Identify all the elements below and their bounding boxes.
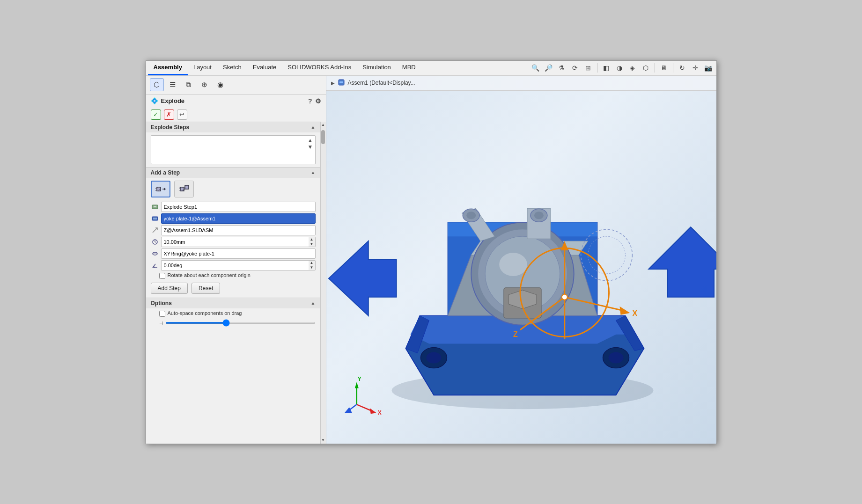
scene-icon[interactable]: ⬡ (640, 62, 652, 74)
sep3 (673, 63, 673, 73)
explode-steps-list (151, 136, 315, 164)
help-btn[interactable]: ? (308, 97, 312, 105)
add-step-header[interactable]: Add a Step ▲ (146, 167, 320, 178)
svg-rect-20 (339, 81, 343, 83)
slider-left-icon: ⊣ (159, 321, 163, 326)
svg-marker-56 (328, 241, 396, 316)
menu-assembly[interactable]: Assembly (148, 61, 188, 75)
explode-panel-content: Explode Steps ▲ ▲ ▼ Add a Step ▲ (146, 122, 320, 444)
menu-evaluate[interactable]: Evaluate (247, 61, 282, 75)
scroll-down-btn[interactable]: ▼ (321, 438, 325, 443)
explode-icon: 💠 (151, 97, 158, 104)
svg-marker-50 (369, 408, 376, 414)
distance-input[interactable] (161, 237, 309, 247)
distance-down-btn[interactable]: ▼ (309, 242, 315, 247)
svg-line-11 (153, 228, 157, 233)
rotate-checkbox-label: Rotate about each component origin (168, 272, 250, 278)
vertical-scrollbar: ▲ ▼ (320, 122, 326, 444)
redo-icon[interactable]: ↻ (676, 62, 688, 74)
snap-icon[interactable]: ✛ (689, 62, 701, 74)
menu-addins[interactable]: SOLIDWORKS Add-Ins (282, 61, 357, 75)
cancel-button[interactable]: ✗ (164, 110, 174, 120)
box-icon[interactable]: ◧ (600, 62, 612, 74)
feature-tree-btn[interactable]: ⬡ (150, 78, 164, 91)
steps-up-arrow[interactable]: ▲ (308, 138, 313, 143)
menu-layout[interactable]: Layout (188, 61, 217, 75)
menu-mbd[interactable]: MBD (397, 61, 421, 75)
ring-row (151, 248, 316, 259)
sep2 (655, 63, 655, 73)
rotate3d-icon[interactable]: ⟳ (569, 62, 581, 74)
component-row (151, 213, 316, 224)
svg-rect-10 (153, 218, 157, 219)
monitor-icon[interactable]: 🖥 (658, 62, 670, 74)
angle-up-btn[interactable]: ▲ (309, 261, 315, 265)
axis-input[interactable] (161, 225, 316, 235)
svg-text:X: X (632, 309, 637, 317)
svg-text:X: X (377, 409, 381, 416)
panel-with-scroll: Explode Steps ▲ ▲ ▼ Add a Step ▲ (146, 122, 326, 444)
tree-header: ▶ Assem1 (Default<Display... (326, 76, 716, 91)
menu-sketch[interactable]: Sketch (217, 61, 247, 75)
distance-spinner: ▲ ▼ (161, 237, 316, 247)
svg-point-35 (534, 212, 543, 219)
translate-step-btn[interactable] (151, 181, 170, 197)
step-type-buttons (146, 178, 320, 200)
scroll-up-btn[interactable]: ▲ (321, 123, 325, 127)
angle-down-btn[interactable]: ▼ (309, 265, 315, 270)
config-manager-btn[interactable]: ⧉ (182, 78, 196, 91)
add-step-button[interactable]: Add Step (151, 283, 188, 294)
rotate-checkbox[interactable] (159, 273, 165, 279)
left-toolbar: ⬡ ☰ ⧉ ⊕ ◉ (146, 76, 326, 95)
steps-down-arrow[interactable]: ▼ (308, 144, 313, 150)
confirm-row: ✓ ✗ ↩ (146, 108, 326, 122)
settings-btn[interactable]: ⚙ (315, 97, 321, 105)
dxf-btn[interactable]: ⊕ (198, 78, 212, 91)
add-step-chevron: ▲ (311, 170, 316, 175)
sep1 (597, 63, 597, 73)
selection-icon[interactable]: ⊞ (582, 62, 594, 74)
rotate-step-btn[interactable] (174, 181, 194, 197)
step-name-row (151, 202, 316, 212)
left-panel: ⬡ ☰ ⧉ ⊕ ◉ 💠 Explode ? ⚙ ✓ ✗ ↩ (146, 76, 326, 444)
menu-simulation[interactable]: Simulation (357, 61, 397, 75)
svg-point-29 (499, 253, 527, 276)
angle-spinner: ▲ ▼ (161, 260, 316, 270)
distance-spinner-btns: ▲ ▼ (309, 237, 316, 247)
tree-expand-arrow[interactable]: ▶ (331, 80, 335, 86)
svg-text:Y: Y (357, 376, 361, 382)
step-name-input[interactable] (161, 202, 316, 212)
explode-steps-header[interactable]: Explode Steps ▲ (146, 122, 320, 132)
property-manager-btn[interactable]: ☰ (166, 78, 180, 91)
scroll-thumb[interactable] (321, 130, 325, 144)
model-viewport-svg: Z X Y X (326, 90, 716, 444)
ok-button[interactable]: ✓ (151, 110, 161, 120)
undo-button[interactable]: ↩ (177, 110, 187, 120)
svg-rect-3 (180, 187, 184, 191)
render-icon[interactable]: ◈ (626, 62, 639, 74)
camera-icon[interactable]: 📷 (702, 62, 715, 74)
menu-bar: Assembly Layout Sketch Evaluate SOLIDWOR… (146, 61, 716, 76)
axis-row (151, 225, 316, 235)
appearance-btn[interactable]: ◉ (214, 78, 228, 91)
auto-space-checkbox[interactable] (159, 311, 165, 317)
component-icon (151, 214, 159, 223)
search-icon[interactable]: 🔍 (530, 62, 542, 74)
angle-spinner-btns: ▲ ▼ (309, 260, 316, 270)
ring-input[interactable] (161, 248, 316, 259)
reset-button[interactable]: Reset (192, 283, 220, 294)
auto-space-label: Auto-space components on drag (168, 310, 242, 316)
display-icon[interactable]: ◑ (613, 62, 626, 74)
svg-marker-42 (619, 306, 630, 314)
component-input[interactable] (161, 213, 316, 224)
step-name-icon (151, 203, 159, 211)
svg-text:Z: Z (513, 330, 518, 338)
options-header[interactable]: Options ▲ (146, 298, 320, 308)
panel-title: Explode (161, 97, 185, 104)
spacing-slider[interactable] (165, 322, 316, 324)
search2-icon[interactable]: 🔎 (543, 62, 555, 74)
filter-icon[interactable]: ⚗ (556, 62, 568, 74)
auto-space-row: Auto-space components on drag (159, 310, 316, 317)
distance-up-btn[interactable]: ▲ (309, 237, 315, 242)
angle-input[interactable] (161, 260, 309, 270)
